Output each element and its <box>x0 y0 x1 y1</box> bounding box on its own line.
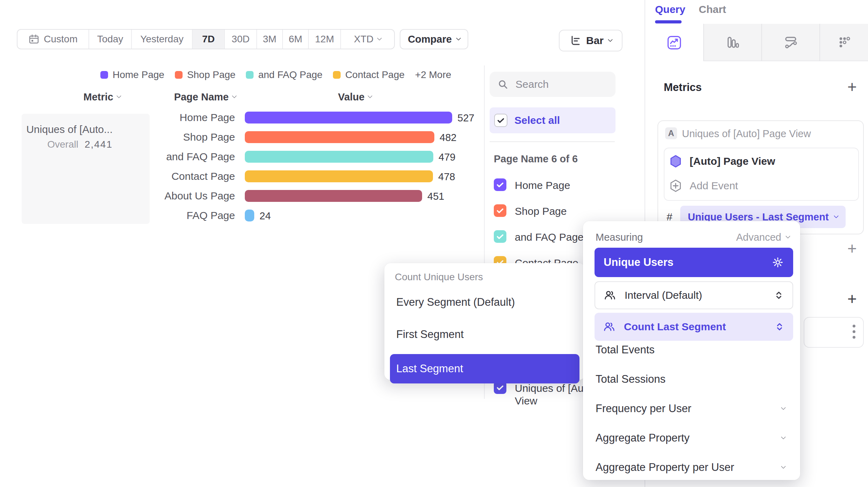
advanced-toggle[interactable]: Advanced <box>736 232 790 243</box>
metric-summary: Uniques of [Auto] Page View <box>682 128 811 140</box>
date-range-label: 7D <box>202 34 215 45</box>
bar-row-label: Contact Page <box>130 170 235 182</box>
chevron-down-icon <box>116 93 121 98</box>
gear-icon[interactable] <box>771 256 784 269</box>
column-header-metric[interactable]: Metric <box>49 91 121 103</box>
measuring-option-5[interactable]: Aggregate Property per User <box>596 457 789 478</box>
bar-value: 478 <box>438 171 455 183</box>
chevron-down-icon <box>377 35 382 40</box>
bar-value: 527 <box>457 112 474 124</box>
select-all-checkbox[interactable] <box>494 114 507 127</box>
measuring-popup: Measuring Advanced Unique Users Interval… <box>583 221 800 480</box>
legend-swatch <box>333 71 341 79</box>
count-option-3[interactable]: Last Segment <box>390 354 579 383</box>
bar[interactable] <box>245 112 452 123</box>
date-range-12m[interactable]: 12M <box>309 30 341 49</box>
checkbox[interactable] <box>494 178 506 191</box>
chart-style-select[interactable]: Bar <box>559 30 622 51</box>
date-range-label: Yesterday <box>140 34 184 45</box>
popup-title: Count Unique Users <box>395 271 483 283</box>
date-range-6m[interactable]: 6M <box>283 30 309 49</box>
filter-item-1[interactable]: Home Page <box>494 178 570 192</box>
measuring-sub-2[interactable]: Count Last Segment <box>595 313 793 341</box>
filter-item-label: Home Page <box>515 178 570 192</box>
bar[interactable] <box>245 151 433 163</box>
measuring-option-label: Aggregate Property per User <box>596 461 734 474</box>
date-range-3m[interactable]: 3M <box>257 30 283 49</box>
select-all-toggle[interactable]: Select all <box>490 107 616 133</box>
date-range-xtd[interactable]: XTD <box>341 30 394 49</box>
add-event-hexagon-icon <box>669 179 682 192</box>
chart-type-funnels[interactable] <box>703 24 761 61</box>
date-range-label: 3M <box>263 34 277 45</box>
event-row[interactable]: [Auto] Page View <box>669 155 775 168</box>
legend-item: Shop Page <box>175 69 236 80</box>
measuring-option-4[interactable]: Aggregate Property <box>596 428 789 449</box>
overall-value: 2,441 <box>85 139 113 150</box>
chart-type-flows[interactable] <box>761 24 819 61</box>
metric-cell[interactable]: Uniques of [Auto... Overall2,441 <box>22 114 150 224</box>
chevron-down-icon <box>608 37 613 42</box>
select-all-label: Select all <box>514 114 560 126</box>
measuring-option-3[interactable]: Frequency per User <box>596 398 789 419</box>
measuring-option-label: Aggregate Property <box>596 432 690 444</box>
bar-row-label: and FAQ Page <box>130 151 235 163</box>
chart-type-insights[interactable] <box>645 24 703 61</box>
count-option-1[interactable]: Every Segment (Default) <box>390 288 579 317</box>
search-input[interactable]: Search <box>490 72 616 97</box>
bar-value: 482 <box>440 132 456 143</box>
chart-style-label: Bar <box>586 35 604 47</box>
chart-type-selector <box>645 24 868 61</box>
metric-card[interactable]: A Uniques of [Auto] Page View [Auto] Pag… <box>657 120 864 234</box>
date-range-7d[interactable]: 7D <box>193 30 225 49</box>
measuring-option-label: Total Events <box>596 344 655 356</box>
measuring-option-unique-users[interactable]: Unique Users <box>595 248 793 277</box>
add-breakdown-button[interactable]: + <box>847 292 857 306</box>
legend-more[interactable]: +2 More <box>415 69 451 80</box>
chevron-down-icon <box>368 93 372 98</box>
date-range-yesterday[interactable]: Yesterday <box>132 30 193 49</box>
kebab-menu-icon[interactable] <box>853 325 855 339</box>
checkbox[interactable] <box>494 204 506 217</box>
bar-row-label: FAQ Page <box>130 210 235 221</box>
measuring-sub-1[interactable]: Interval (Default) <box>595 281 793 309</box>
filter-item-label: Shop Page <box>515 204 567 218</box>
event-hexagon-icon <box>669 155 682 168</box>
date-range-label: Today <box>97 34 123 45</box>
metric-overall: Overall2,441 <box>26 139 113 150</box>
date-range-group: CustomTodayYesterday7D30D3M6M12MXTD <box>17 29 395 49</box>
tab-query[interactable]: Query <box>655 3 685 15</box>
bar[interactable] <box>245 131 434 143</box>
column-header-value[interactable]: Value <box>325 91 385 103</box>
date-range-custom[interactable]: Custom <box>17 30 89 49</box>
active-tab-underline <box>655 20 682 23</box>
date-range-today[interactable]: Today <box>89 30 132 49</box>
measuring-option-1[interactable]: Total Events <box>596 339 789 360</box>
measuring-option-2[interactable]: Total Sessions <box>596 369 789 390</box>
search-icon <box>497 79 508 90</box>
add-event-button[interactable]: Add Event <box>669 179 738 192</box>
bar[interactable] <box>245 170 433 182</box>
measuring-option-label: Frequency per User <box>596 402 691 415</box>
date-range-30d[interactable]: 30D <box>225 30 257 49</box>
tab-chart[interactable]: Chart <box>699 3 726 15</box>
legend-label: Home Page <box>113 69 164 80</box>
breakdown-card[interactable] <box>804 317 864 348</box>
date-range-label: Custom <box>44 34 77 45</box>
legend-label: Contact Page <box>345 69 405 80</box>
add-filter-button[interactable]: + <box>847 241 857 255</box>
stepper-icon <box>774 322 785 332</box>
checkbox[interactable] <box>494 230 506 243</box>
legend-label: and FAQ Page <box>258 69 322 80</box>
filter-item-label: and FAQ Page <box>515 230 584 244</box>
add-metric-button[interactable]: + <box>847 80 857 94</box>
filter-item-2[interactable]: Shop Page <box>494 204 567 218</box>
compare-button[interactable]: Compare <box>400 29 468 49</box>
column-header-page-name[interactable]: Page Name <box>157 91 236 103</box>
bar[interactable] <box>245 190 422 202</box>
bar[interactable] <box>245 210 254 221</box>
filter-item-3[interactable]: and FAQ Page <box>494 230 584 244</box>
chart-type-retention[interactable] <box>819 24 868 61</box>
count-option-2[interactable]: First Segment <box>390 320 579 349</box>
compare-label: Compare <box>408 34 452 45</box>
